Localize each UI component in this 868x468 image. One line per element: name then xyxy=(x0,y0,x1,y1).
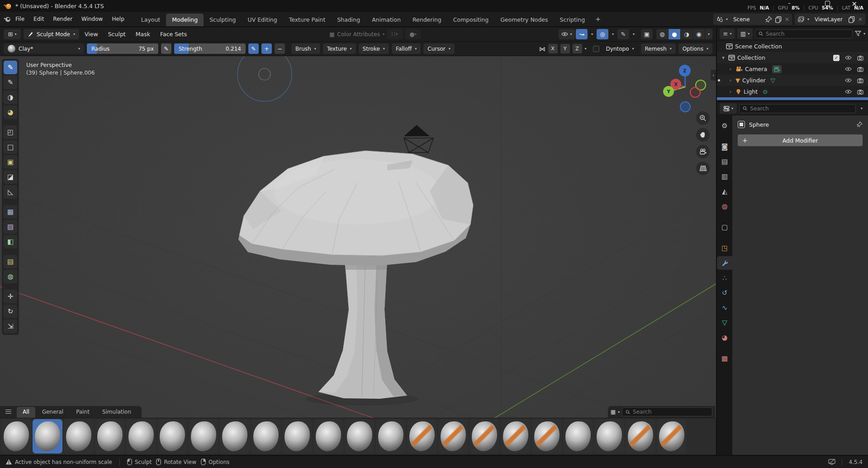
properties-tab-modifiers[interactable] xyxy=(717,256,732,270)
gizmos-dropdown[interactable]: ▾ xyxy=(588,29,596,39)
transform-tool[interactable]: ⇲ xyxy=(4,320,17,333)
disable-render-icon[interactable] xyxy=(857,55,863,61)
edit-face-set-tool[interactable]: ▤ xyxy=(4,255,17,268)
properties-tab-texture[interactable]: ▩ xyxy=(717,352,732,365)
brush-thumbnail[interactable] xyxy=(1,419,31,454)
menu-file[interactable]: File xyxy=(11,14,29,24)
show-gizmos-toggle[interactable]: ↝ xyxy=(576,29,588,39)
strength-pressure-button[interactable]: ✎ xyxy=(248,43,259,54)
viewport-canvas[interactable]: User Perspective (39) Sphere | Sphere.00… xyxy=(0,56,716,455)
symmetry-y-toggle[interactable]: Y xyxy=(560,44,570,53)
dyntopo-popover[interactable]: Dyntopo▾ xyxy=(602,43,638,54)
box-face-set-tool[interactable]: ▣ xyxy=(4,155,17,169)
color-attribute-slot-button[interactable]: ∷ ✕ xyxy=(387,29,403,39)
properties-tab-object-data[interactable]: ▽ xyxy=(717,316,732,330)
shelf-tab-paint[interactable]: Paint xyxy=(70,407,95,418)
dyntopo-checkbox[interactable] xyxy=(593,46,599,52)
pin-icon[interactable] xyxy=(856,121,863,128)
strength-slider[interactable]: Strength 0.214 xyxy=(174,43,246,54)
workspace-tab-scripting[interactable]: Scripting xyxy=(554,14,591,26)
brush-thumbnail[interactable] xyxy=(251,419,281,454)
menu-face-sets[interactable]: Face Sets xyxy=(156,31,191,38)
eyedropper-dropdown[interactable]: ▾ xyxy=(630,29,637,39)
outliner-row-scene-collection[interactable]: Scene Collection xyxy=(717,41,868,52)
collection-checkbox[interactable]: ✓ xyxy=(833,55,840,61)
menu-view[interactable]: View xyxy=(80,31,103,38)
xray-toggle[interactable]: ▣ xyxy=(641,29,653,39)
radius-slider[interactable]: Radius 75 px xyxy=(87,43,158,54)
shelf-tab-simulation[interactable]: Simulation xyxy=(96,407,137,418)
brush-thumbnail[interactable] xyxy=(64,419,94,454)
color-filter-tool[interactable]: ◧ xyxy=(4,235,17,248)
workspace-tab-geometry-nodes[interactable]: Geometry Nodes xyxy=(494,14,554,26)
subtract-effect-button[interactable]: − xyxy=(275,43,285,54)
orthographic-grid-button[interactable] xyxy=(696,162,710,175)
radius-pressure-button[interactable]: ✎ xyxy=(161,43,171,54)
menu-edit[interactable]: Edit xyxy=(29,14,48,24)
shading-material-button[interactable]: ◑ xyxy=(681,29,693,39)
menu-mask[interactable]: Mask xyxy=(131,31,155,38)
visibility-dropdown[interactable]: ▾ xyxy=(559,29,575,39)
properties-editor-type-button[interactable]: ▾ xyxy=(720,103,737,114)
brush-thumbnail[interactable] xyxy=(95,419,125,454)
workspace-tab-animation[interactable]: Animation xyxy=(366,14,407,26)
collapse-icon[interactable]: ▾ xyxy=(721,55,726,61)
menu-help[interactable]: Help xyxy=(107,14,128,24)
shading-dropdown[interactable]: ▾ xyxy=(705,29,712,39)
brush-thumbnail[interactable] xyxy=(532,419,562,454)
outliner-row-light[interactable]: › Light ⊙ xyxy=(717,86,868,97)
workspace-tab-compositing[interactable]: Compositing xyxy=(447,14,494,26)
workspace-tab-uv-editing[interactable]: UV Editing xyxy=(242,14,283,26)
close-icon[interactable]: ✕ xyxy=(851,0,857,8)
shading-wireframe-button[interactable]: ◍ xyxy=(656,29,668,39)
add-workspace-button[interactable]: + xyxy=(591,15,605,23)
workspace-tab-texture-paint[interactable]: Texture Paint xyxy=(283,14,332,26)
box-trim-tool[interactable]: ◪ xyxy=(4,170,17,184)
properties-tab-material[interactable]: ◕ xyxy=(717,331,732,344)
properties-tab-particles[interactable]: ∴ xyxy=(717,271,732,285)
outliner-search-box[interactable] xyxy=(755,29,853,38)
camera-view-button[interactable] xyxy=(696,145,710,158)
properties-tab-physics[interactable]: ↺ xyxy=(717,286,732,300)
properties-tab-world[interactable]: ◍ xyxy=(717,200,732,213)
shelf-search-box[interactable] xyxy=(622,407,712,416)
brush-thumbnail[interactable] xyxy=(345,419,375,454)
move-tool[interactable]: ✛ xyxy=(4,290,17,303)
pan-button[interactable] xyxy=(696,128,710,142)
new-scene-icon[interactable] xyxy=(775,16,782,23)
draw-sharp-brush-tool[interactable]: ✎ xyxy=(4,76,17,89)
viewlayer-selector[interactable]: ▾ ViewLayer ✕ xyxy=(795,14,865,25)
brush-thumbnail[interactable] xyxy=(438,419,468,454)
outliner-row-camera[interactable]: › Camera xyxy=(717,63,868,75)
color-picker-button[interactable]: ● ▾ xyxy=(405,29,421,39)
maximize-icon[interactable] xyxy=(825,1,830,6)
expand-icon[interactable]: › xyxy=(728,89,733,95)
brush-thumbnail[interactable] xyxy=(563,419,593,454)
brush-thumbnail[interactable] xyxy=(313,419,343,454)
box-hide-tool[interactable]: □ xyxy=(4,140,17,154)
camera-data-icon[interactable] xyxy=(772,65,782,73)
light-data-icon[interactable]: ⊙ xyxy=(763,88,768,95)
mask-by-color-tool[interactable]: ◍ xyxy=(4,270,17,283)
remesh-popover[interactable]: Remesh▾ xyxy=(641,43,676,54)
properties-search-input[interactable] xyxy=(750,105,852,112)
falloff-popover[interactable]: Falloff▾ xyxy=(392,43,421,54)
disable-render-icon[interactable] xyxy=(857,67,863,72)
shelf-menu-icon[interactable] xyxy=(3,410,16,418)
annotate-eyedropper-button[interactable]: ✎ xyxy=(617,29,629,39)
draw-face-sets-tool[interactable]: ◕ xyxy=(4,105,17,119)
menu-window[interactable]: Window xyxy=(77,14,107,24)
shelf-tab-all[interactable]: All xyxy=(17,407,35,418)
mode-dropdown[interactable]: Sculpt Mode ▾ xyxy=(24,29,79,39)
options-popover[interactable]: Options▾ xyxy=(678,43,712,54)
properties-tab-tool[interactable]: ⚙ xyxy=(717,119,732,133)
workspace-tab-modeling[interactable]: Modeling xyxy=(166,14,204,26)
brush-thumbnail[interactable] xyxy=(157,419,187,454)
stroke-popover[interactable]: Stroke▾ xyxy=(359,43,389,54)
outliner-search-input[interactable] xyxy=(766,31,849,37)
overlays-dropdown[interactable]: ▾ xyxy=(609,29,617,39)
expand-icon[interactable]: › xyxy=(728,77,733,83)
display-mode-icon[interactable]: ▦ xyxy=(611,409,616,415)
disable-render-icon[interactable] xyxy=(857,89,863,95)
new-viewlayer-icon[interactable] xyxy=(848,16,855,23)
